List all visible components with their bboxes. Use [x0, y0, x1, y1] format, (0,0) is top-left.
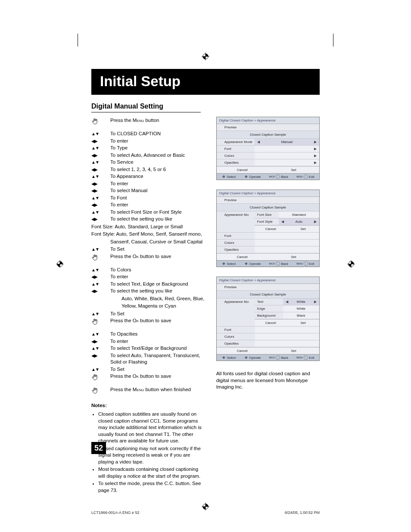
instruction-text: To enter — [110, 202, 206, 208]
circle-icon — [276, 174, 280, 179]
instruction-text: To enter — [110, 274, 206, 280]
up-down-arrows-icon: ▲▼ — [91, 345, 104, 352]
up-down-arrows-icon: ▲▼ — [91, 209, 104, 215]
instruction-step: ◀▶To select the setting you like — [91, 216, 206, 223]
osd-row-label: Appearance Mo — [217, 299, 255, 326]
instruction-text: Press the Ok button to save — [110, 253, 206, 260]
instruction-step: ◀▶To enter — [91, 274, 206, 280]
osd-footer-back: Back — [281, 175, 288, 179]
up-down-arrows-icon: ▲▼ — [91, 173, 104, 180]
notes-heading: Notes: — [91, 402, 206, 409]
instruction-text: To enter — [110, 338, 206, 345]
left-right-arrows-icon: ◀▶ — [91, 166, 104, 173]
osd-set: Set — [287, 320, 319, 326]
circle-icon — [276, 355, 280, 360]
press-button-hand-icon — [91, 117, 104, 127]
instruction-text: To Opacities — [110, 331, 206, 338]
instruction-step: ◀▶To enter — [91, 138, 206, 145]
osd-sample-text: Closed Caption Sample — [217, 131, 319, 139]
osd-cancel: Cancel — [255, 226, 287, 232]
osd-row-label: Appearance Mo — [217, 212, 255, 232]
crop-mark — [78, 34, 78, 47]
nav-cross-icon: ✥ — [221, 261, 226, 266]
osd-cancel: Cancel — [217, 167, 268, 173]
instruction-text: To select Font Size or Font Style — [110, 209, 206, 216]
instruction-step: ▲▼To Type — [91, 145, 206, 152]
instruction-step: ◀▶To select the setting you like — [91, 288, 206, 295]
instruction-step: ◀▶To enter — [91, 180, 206, 187]
instruction-step: ▲▼To Font — [91, 195, 206, 202]
osd-set: Set — [268, 254, 319, 260]
instruction-step: ◀▶To select Manual — [91, 187, 206, 194]
color-options-line2: Yellow, Magenta or Cyan — [91, 303, 206, 310]
section-heading: Digital Manual Setting — [91, 103, 201, 112]
osd-set: Set — [268, 167, 319, 173]
osd-row-label: Font — [217, 233, 255, 239]
up-down-arrows-icon: ▲▼ — [91, 366, 104, 373]
osd-preview-label: Preview — [217, 284, 319, 291]
osd-footer: ✥Select ✥Operate BACKBack MENUExit — [217, 173, 319, 180]
instruction-text: To Set — [110, 311, 206, 317]
osd-row-label: Font — [217, 327, 255, 333]
osd-footer-operate: Operate — [249, 175, 261, 179]
font-style-options-line2: Sanserif, Casual, Cursive or Small Capit… — [91, 239, 206, 246]
instruction-step: ◀▶To select Auto, Advanced or Basic — [91, 152, 206, 159]
left-right-arrows-icon: ◀▶ — [91, 202, 104, 208]
osd-sample-text: Closed Caption Sample — [217, 291, 319, 299]
osd-footer: ✥Select ✥Operate BACKBack MENUExit — [217, 260, 319, 267]
osd-sub-label: Font Size — [255, 212, 279, 218]
osd-row-label: Colors — [217, 240, 255, 246]
press-button-hand-icon — [91, 386, 104, 396]
left-right-arrows-icon: ◀▶ — [91, 352, 104, 359]
registration-mark-icon — [202, 53, 209, 60]
instruction-step: Press the Menu button when finished — [91, 386, 206, 396]
osd-breadcrumb: Digital Closed Caption > Appearance — [217, 190, 319, 197]
instruction-step: ▲▼To Service — [91, 159, 206, 166]
note-item: Most broadcasts containing closed captio… — [98, 466, 206, 479]
osd-row-label: Opacities — [217, 246, 255, 253]
instruction-step: Press the Ok button to save — [91, 317, 206, 327]
osd-set: Set — [268, 348, 319, 354]
circle-icon — [304, 174, 308, 179]
page-number: 52 — [91, 442, 106, 454]
left-right-arrows-icon: ◀▶ — [91, 138, 104, 144]
nav-cross-icon: ✥ — [244, 355, 248, 360]
instruction-step: ▲▼To Appearance — [91, 173, 206, 180]
osd-sub-label: Font Style — [255, 218, 279, 225]
print-footer: LCT1866-001A-A ENG e 52 6/24/05, 1:00:52… — [91, 510, 320, 515]
left-right-arrows-icon: ◀▶ — [91, 180, 104, 187]
osd-preview-label: Preview — [217, 197, 319, 204]
instruction-text: To Service — [110, 159, 206, 166]
osd-screenshot-font: Digital Closed Caption > Appearance Prev… — [216, 190, 320, 267]
osd-sub-value: Black — [283, 312, 319, 319]
osd-cancel: Cancel — [217, 348, 268, 354]
nav-cross-icon: ✥ — [221, 355, 226, 360]
osd-breadcrumb: Digital Closed Caption > Appearance — [217, 117, 319, 124]
osd-sub-value: ◀Auto▶ — [279, 218, 319, 225]
instruction-step: Press the Menu button — [91, 117, 206, 127]
page: Initial Setup Digital Manual Setting Pre… — [0, 0, 411, 532]
note-item: Closed captioning may not work correctly… — [98, 445, 206, 466]
instruction-text: To select Manual — [110, 187, 206, 194]
instruction-step: ▲▼To select Font Size or Font Style — [91, 209, 206, 216]
osd-cancel: Cancel — [217, 254, 268, 260]
up-down-arrows-icon: ▲▼ — [91, 267, 104, 273]
instruction-text: To Appearance — [110, 173, 206, 180]
osd-row-label: Colors — [217, 333, 255, 340]
nav-cross-icon: ✥ — [244, 261, 248, 266]
instruction-step: ▲▼To Colors — [91, 267, 206, 274]
osd-footer-exit: Exit — [309, 175, 314, 179]
osd-row-value: ▶ — [255, 159, 319, 166]
instruction-text: To select Text/Edge or Background — [110, 345, 206, 352]
osd-sub-label: Text — [255, 299, 283, 305]
circle-icon — [304, 355, 308, 360]
up-down-arrows-icon: ▲▼ — [91, 281, 104, 287]
page-title: Initial Setup — [91, 69, 320, 95]
instruction-step: ▲▼To select Text, Edge or Background — [91, 281, 206, 288]
instruction-step: ◀▶To enter — [91, 202, 206, 208]
instruction-text: To select Text, Edge or Background — [110, 281, 206, 288]
osd-sub-value: White — [283, 305, 319, 312]
press-button-hand-icon — [91, 317, 104, 327]
osd-row-value: ▶ — [255, 146, 319, 152]
osd-footer: ✥Select ✥Operate BACKBack MENUExit — [217, 354, 319, 361]
